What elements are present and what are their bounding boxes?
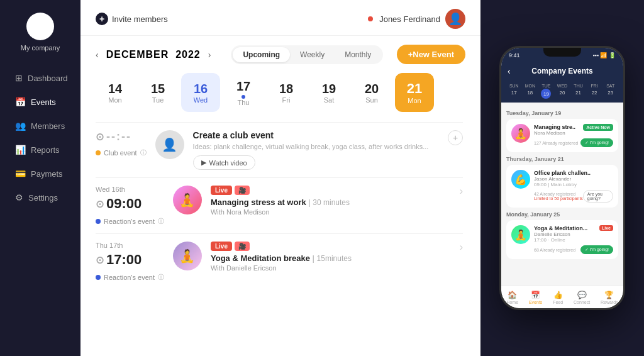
date-cell-16[interactable]: 16 Wed [181, 73, 220, 112]
calendar-icon: 📅 [531, 291, 540, 299]
phone-event-details: Managing stre.. Nora Medison [534, 124, 575, 136]
phone-nav-home[interactable]: 🏠 Home [506, 291, 518, 304]
event-content-managing: Live 🎥 Managing stress at work | 30 minu… [211, 186, 451, 216]
info-icon: ⓘ [140, 148, 147, 157]
date-cell-15[interactable]: 15 Tue [138, 73, 177, 112]
mini-day-23[interactable]: 23 [602, 89, 618, 99]
user-name: Jones Ferdinand [379, 14, 440, 24]
club-event-label: Club event [104, 149, 137, 157]
phone-limit-info: 42 Already registered Limited to 50 part… [534, 192, 583, 201]
im-going-button-yoga[interactable]: ✓ I'm going! [580, 245, 613, 254]
clock-icon: ⊙ [96, 198, 104, 210]
phone-mockup-wrapper: 9:41 ▪▪▪ 📶 🔋 ‹ Company Events SUN MON TU… [480, 0, 644, 356]
date-number: 14 [108, 82, 122, 96]
phone-events-scroll: Tuesday, January 19 🧘 Managing stre.. No… [501, 103, 623, 286]
mini-day-22[interactable]: 22 [587, 89, 602, 99]
next-month-button[interactable]: › [208, 50, 211, 60]
im-going-button[interactable]: ✓ I'm going! [580, 138, 613, 147]
event-time-value: 17:00 [106, 252, 142, 268]
sidebar-nav: ⊞ Dashboard 📅 Events 👥 Members 📊 Reports… [0, 67, 80, 209]
tab-upcoming[interactable]: Upcoming [233, 47, 290, 62]
phone-mini-calendar: SUN MON TUE WED THU FRI SAT 17 18 19 20 … [501, 81, 623, 103]
date-day-label: Mon [408, 97, 421, 104]
sidebar-item-members[interactable]: 👥 Members [5, 114, 75, 137]
phone-nav-events[interactable]: 📅 Events [529, 291, 542, 304]
event-managing-stress: Wed 16th ⊙ 09:00 Reaction's event ⓘ 🧘 [96, 177, 463, 233]
event-avatar-yoga: 🧘 [173, 242, 202, 270]
date-cell-19[interactable]: 19 Sat [309, 73, 348, 112]
invite-members-button[interactable]: + Invite members [96, 13, 168, 25]
info-icon: ⓘ [158, 217, 164, 226]
header: + Invite members Jones Ferdinand 👤 [80, 0, 480, 36]
mini-cal-day-numbers: 17 18 19 20 21 22 23 [506, 89, 618, 99]
date-cell-20[interactable]: 20 Sun [352, 73, 391, 112]
feed-icon: 👍 [553, 291, 563, 299]
event-tags: Live 🎥 [211, 242, 451, 251]
phone-event-header: Managing stre.. Nora Medison Active Now [534, 124, 613, 136]
event-tags: Live 🎥 [211, 186, 451, 195]
add-event-button[interactable]: + [448, 130, 463, 145]
sidebar-item-reports[interactable]: 📊 Reports [5, 138, 75, 161]
mini-day-20[interactable]: 20 [555, 89, 570, 99]
phone-nav-feed[interactable]: 👍 Feed [553, 291, 563, 304]
events-list: ⊙ --:-- Club event ⓘ 👤 Create a club eve… [96, 122, 465, 336]
main-content: + Invite members Jones Ferdinand 👤 ‹ DEC… [80, 0, 480, 356]
sidebar-item-dashboard[interactable]: ⊞ Dashboard [5, 67, 75, 89]
sidebar: My company ⊞ Dashboard 📅 Events 👥 Member… [0, 0, 80, 356]
prev-month-button[interactable]: ‹ [96, 50, 99, 60]
chevron-right-icon[interactable]: › [460, 242, 463, 253]
company-logo [26, 13, 54, 40]
sidebar-item-settings[interactable]: ⚙ Settings [5, 186, 75, 209]
event-title: Managing stress at work | 30 minutes [211, 197, 451, 207]
date-day-label: Tue [152, 96, 164, 104]
day-wed: WED [555, 83, 570, 89]
date-day-label: Wed [194, 96, 208, 104]
notification-dot [368, 16, 373, 21]
event-ideas-text: Ideas: plank challenge, virtual walking … [193, 143, 439, 150]
event-title: Yoga & Meditation breake | 15minutes [211, 253, 451, 263]
avatar-icon: 🧘 [511, 124, 530, 143]
sidebar-item-events[interactable]: 📅 Events [5, 91, 75, 113]
event-date-label: Thu 17th [96, 242, 123, 249]
label-dot [96, 275, 101, 280]
phone-notch [543, 48, 581, 57]
tab-weekly[interactable]: Weekly [290, 47, 335, 62]
phone-event-title: Office plank challen.. [534, 170, 613, 176]
event-time-display: ⊙ --:-- [96, 130, 131, 143]
reaction-event-label2: Reaction's event [104, 274, 155, 281]
phone-event-title: Yoga & Meditation... [534, 225, 587, 231]
phone-event-card-managing: 🧘 Managing stre.. Nora Medison Active No… [506, 119, 618, 152]
new-event-button[interactable]: +New Event [397, 45, 465, 64]
date-cell-21[interactable]: 21 Mon [395, 73, 434, 112]
reaction-event-label: Reaction's event [104, 218, 155, 225]
phone-nav-connect[interactable]: 💬 Connect [574, 291, 590, 304]
mini-day-17[interactable]: 17 [506, 89, 522, 99]
watch-video-button[interactable]: ▶ Watch video [193, 155, 255, 170]
phone-nav-rewards[interactable]: 🏆 Rewards [601, 291, 618, 304]
day-sun: SUN [506, 83, 522, 89]
mini-day-18[interactable]: 18 [523, 89, 538, 99]
phone-event-header: Yoga & Meditation... Danielle Ericson 17… [534, 225, 613, 243]
phone-event-date-jan25: Monday, January 25 [506, 211, 618, 218]
phone-event-time: 09:00 | Main Lobby [534, 182, 613, 187]
date-number: 16 [194, 82, 208, 96]
event-time-column: Wed 16th ⊙ 09:00 Reaction's event ⓘ [96, 186, 164, 226]
mini-day-19-today[interactable]: 19 [541, 89, 551, 99]
event-time-display: ⊙ 17:00 [96, 252, 142, 268]
tab-monthly[interactable]: Monthly [335, 47, 381, 62]
back-button[interactable]: ‹ [508, 66, 511, 76]
date-number: 18 [279, 82, 293, 96]
phone-event-info-yoga: Yoga & Meditation... Danielle Ericson 17… [534, 225, 613, 254]
date-cell-14[interactable]: 14 Mon [96, 73, 135, 112]
sidebar-item-payments[interactable]: 💳 Paymets [5, 162, 75, 185]
avatar[interactable]: 👤 [445, 9, 465, 29]
time-dashes: --:-- [106, 130, 131, 143]
home-icon: 🏠 [508, 291, 517, 299]
calendar-section: ‹ DECEMBER 2022 › Upcoming Weekly Monthl… [80, 36, 480, 345]
are-you-going-button[interactable]: Are you going? [583, 190, 613, 203]
date-cell-17[interactable]: 17 Thu [224, 73, 263, 112]
date-cell-18[interactable]: 18 Fri [267, 73, 306, 112]
mini-day-21[interactable]: 21 [570, 89, 586, 99]
event-title-text: Managing stress at work [211, 197, 306, 207]
chevron-right-icon[interactable]: › [460, 186, 463, 197]
